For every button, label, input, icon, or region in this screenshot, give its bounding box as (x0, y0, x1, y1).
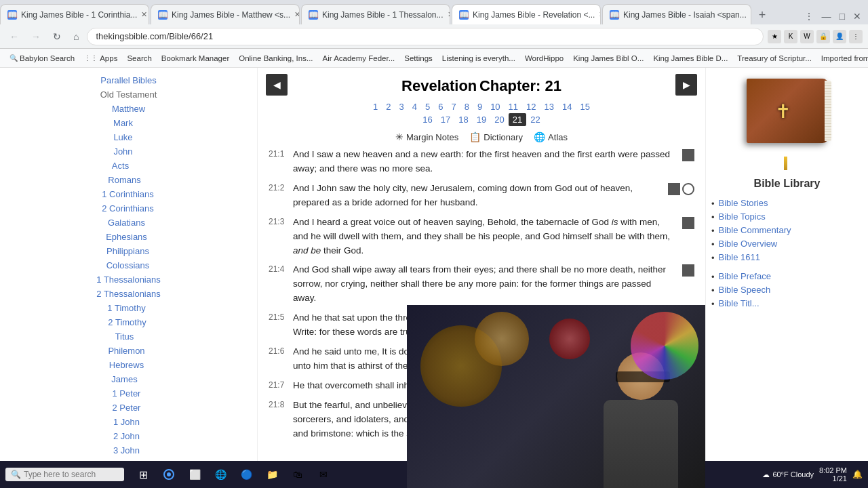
sidebar-luke[interactable]: Luke (0, 130, 257, 144)
verse-copy-21-2[interactable] (668, 183, 680, 195)
sidebar-3john[interactable]: 3 John (0, 443, 257, 458)
sidebar-2timothy[interactable]: 2 Timothy (0, 315, 257, 329)
chapter-nav-4[interactable]: 4 (408, 100, 421, 113)
bookmark-treasury[interactable]: Treasury of Scriptur... (733, 53, 816, 64)
chapter-nav-15[interactable]: 15 (576, 100, 593, 113)
reload-button[interactable]: ↻ (49, 28, 65, 45)
sidebar-hebrews[interactable]: Hebrews (0, 358, 257, 372)
library-link-1611[interactable]: Bible 1611 (719, 252, 760, 262)
taskbar-icon-mail[interactable]: ✉ (313, 464, 334, 485)
tab-5-close[interactable]: ✕ (751, 10, 751, 19)
dictionary-tool[interactable]: 📋 Dictionary (469, 131, 523, 142)
tab-1-close[interactable]: ✕ (141, 10, 147, 19)
taskbar-icon-explorer[interactable]: 📁 (261, 464, 283, 485)
sidebar-colossians[interactable]: Colossians (0, 258, 257, 272)
home-button[interactable]: ⌂ (69, 28, 83, 45)
tab-3-close[interactable]: ✕ (448, 10, 450, 19)
sidebar-titus[interactable]: Titus (0, 329, 257, 344)
chapter-nav-14[interactable]: 14 (558, 100, 576, 113)
sidebar-2john[interactable]: 2 John (0, 429, 257, 443)
tab-2-close[interactable]: ✕ (294, 10, 300, 19)
bookmark-babylon[interactable]: 🔍 Babylon Search (5, 53, 79, 64)
chapter-nav-2[interactable]: 2 (382, 100, 395, 113)
taskbar-icon-store[interactable]: 🛍 (287, 464, 309, 485)
library-link-stories[interactable]: Bible Stories (719, 198, 768, 208)
chapter-nav-3[interactable]: 3 (395, 100, 408, 113)
chapter-nav-17[interactable]: 17 (437, 113, 454, 126)
verse-copy-21-4[interactable] (682, 264, 694, 277)
url-bar[interactable] (87, 28, 764, 45)
bookmark-kjb-d[interactable]: King James Bible D... (649, 53, 732, 64)
chapter-nav-12[interactable]: 12 (522, 100, 540, 113)
sidebar-mark[interactable]: Mark (0, 116, 257, 130)
back-button[interactable]: ← (5, 28, 23, 45)
ext-3[interactable]: 🔒 (816, 30, 830, 43)
tab-1[interactable]: 📖 King James Bible - 1 Corinthia... ✕ (0, 4, 149, 24)
chapter-nav-11[interactable]: 11 (505, 100, 522, 113)
tab-5[interactable]: 📖 King James Bible - Isaiah <span... ✕ (602, 4, 751, 24)
sidebar-2corinthians[interactable]: 2 Corinthians (0, 201, 257, 216)
bookmark-settings[interactable]: Settings (400, 53, 437, 64)
sidebar-philippians[interactable]: Philippians (0, 244, 257, 258)
chapter-nav-8[interactable]: 8 (460, 100, 473, 113)
sidebar-james[interactable]: James (0, 372, 257, 386)
sidebar-philemon[interactable]: Philemon (0, 344, 257, 358)
chapter-nav-13[interactable]: 13 (540, 100, 558, 113)
bookmark-imported-edge[interactable]: Imported from Edge (817, 53, 868, 64)
sidebar-john[interactable]: John (0, 144, 257, 159)
chapter-nav-19[interactable]: 19 (473, 113, 490, 126)
bookmark-banking[interactable]: Online Banking, Ins... (235, 53, 317, 64)
chapter-nav-20[interactable]: 20 (490, 113, 508, 126)
atlas-tool[interactable]: 🌐 Atlas (534, 131, 568, 142)
tab-3[interactable]: 📖 King James Bible - 1 Thessalon... ✕ (301, 4, 450, 24)
sidebar-galatians[interactable]: Galatians (0, 216, 257, 230)
sidebar-1thessalonians[interactable]: 1 Thessalonians (0, 272, 257, 287)
library-link-overview[interactable]: Bible Overview (719, 239, 778, 249)
taskbar-search-box[interactable]: 🔍 (5, 468, 124, 481)
taskbar-icon-edge[interactable]: 🌐 (210, 464, 231, 485)
tab-4[interactable]: 📖 King James Bible - Revelation <... ✕ (452, 4, 601, 24)
sidebar-romans[interactable]: Romans (0, 173, 257, 187)
ext-5[interactable]: ⋮ (849, 30, 863, 43)
verse-copy-21-3[interactable] (682, 217, 694, 229)
sidebar-parallel-bibles[interactable]: Parallel Bibles (0, 73, 257, 87)
taskbar-icon-windows[interactable]: ⊞ (132, 464, 154, 485)
library-link-titl[interactable]: Bible Titl... (719, 298, 760, 308)
next-chapter-arrow[interactable]: ▶ (675, 74, 697, 96)
chapter-nav-7[interactable]: 7 (447, 100, 460, 113)
bookmark-wordhippo[interactable]: WordHippo (521, 53, 568, 64)
library-link-commentary[interactable]: Bible Commentary (719, 225, 791, 235)
tab-overflow-btn[interactable]: ⋮ (802, 8, 816, 24)
sidebar-1timothy[interactable]: 1 Timothy (0, 301, 257, 315)
sidebar-1peter[interactable]: 1 Peter (0, 386, 257, 401)
taskbar-icon-chrome[interactable]: 🔵 (235, 464, 257, 485)
bookmark-listening[interactable]: Listening is everyth... (438, 53, 519, 64)
sidebar-2thessalonians[interactable]: 2 Thessalonians (0, 287, 257, 301)
library-link-preface[interactable]: Bible Preface (719, 271, 771, 281)
verse-copy-21-1[interactable] (682, 149, 694, 161)
chapter-nav-10[interactable]: 10 (486, 100, 504, 113)
library-link-topics[interactable]: Bible Topics (719, 211, 766, 222)
ext-2[interactable]: W (800, 30, 814, 43)
sidebar-old-testament[interactable]: Old Testament (0, 87, 257, 102)
chapter-nav-21[interactable]: 21 (509, 113, 526, 126)
maximize-btn[interactable]: □ (837, 8, 848, 24)
bookmark-apps[interactable]: ⋮⋮ Apps (80, 53, 121, 64)
bookmark-air[interactable]: Air Academy Feder... (319, 53, 399, 64)
close-btn[interactable]: ✕ (850, 8, 864, 24)
bookmark-bookmark-mgr[interactable]: Bookmark Manager (157, 53, 233, 64)
chapter-nav-5[interactable]: 5 (421, 100, 434, 113)
tab-2[interactable]: 📖 King James Bible - Matthew <s... ✕ (151, 4, 300, 24)
taskbar-notifications[interactable]: 🔔 (852, 470, 863, 479)
taskbar-icon-cortana[interactable] (158, 464, 180, 485)
verse-globe-21-2[interactable] (682, 183, 694, 195)
forward-button[interactable]: → (27, 28, 45, 45)
sidebar-1corinthians[interactable]: 1 Corinthians (0, 187, 257, 201)
taskbar-icon-taskview[interactable]: ⬜ (184, 464, 205, 485)
sidebar-2peter[interactable]: 2 Peter (0, 401, 257, 415)
bookmark-kjb-o[interactable]: King James Bibl O... (569, 53, 648, 64)
chapter-nav-6[interactable]: 6 (434, 100, 447, 113)
library-link-speech[interactable]: Bible Speech (719, 285, 771, 295)
new-tab-button[interactable]: + (753, 5, 772, 24)
tab-4-close[interactable]: ✕ (599, 10, 601, 19)
